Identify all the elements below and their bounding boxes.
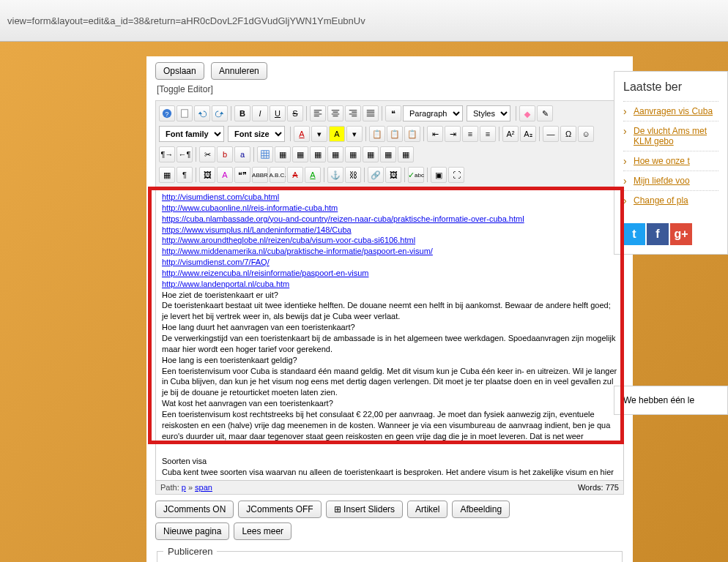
anchor-icon[interactable]: ⚓ [327, 167, 343, 183]
align-center-icon[interactable] [327, 105, 343, 121]
ltr-icon[interactable]: ¶→ [159, 146, 175, 162]
editor-text-line: De toeristenkaart bestaat uit twee ident… [162, 300, 617, 322]
spellcheck-icon[interactable]: ✓abc [408, 167, 424, 183]
editor-link[interactable]: http://www.cubaonline.nl/reis-informatie… [162, 203, 338, 212]
address-bar[interactable]: view=form&layout=edit&a_id=38&return=aHR… [0, 0, 728, 42]
paragraph-select[interactable]: Paragraph [403, 105, 463, 121]
ol-icon[interactable]: ≡ [480, 126, 496, 142]
abbr-icon[interactable]: ABBR [252, 167, 268, 183]
insert-button[interactable]: ⊞ Insert Sliders [326, 501, 403, 518]
toggle-editor-link[interactable]: [Toggle Editor] [157, 84, 623, 94]
ins-icon[interactable]: A [305, 167, 321, 183]
image-icon[interactable]: 🖼 [199, 167, 215, 183]
insert-button[interactable]: Lees meer [234, 522, 291, 540]
editor-link[interactable]: http://visumdienst.com/cuba.html [162, 192, 279, 201]
col-after-icon[interactable]: ▦ [345, 146, 361, 162]
save-button[interactable]: Opslaan [155, 62, 204, 80]
editor-text-line: Cuba kent twee soorten visa waarvan nu a… [162, 467, 617, 481]
editor-text-line: Soorten visa [162, 456, 617, 467]
font-size-select[interactable]: Font size [228, 126, 285, 142]
quote2-icon[interactable]: ❝❞ [234, 167, 250, 183]
sup-icon[interactable]: A² [502, 126, 519, 142]
facebook-icon[interactable]: f [647, 223, 669, 245]
editor-link[interactable]: http://www.aroundtheglobe.nl/reizen/cuba… [162, 236, 415, 244]
align-justify-icon[interactable] [363, 105, 379, 121]
underline-icon[interactable]: U [270, 105, 286, 121]
merge-icon[interactable]: ▦ [380, 146, 396, 162]
sidebar-item[interactable]: Hoe we onze t [623, 151, 718, 171]
path-p[interactable]: p [182, 483, 186, 492]
insert-button[interactable]: Artikel [407, 501, 447, 518]
sidebar-item[interactable]: Mijn liefde voo [623, 171, 718, 190]
del-icon[interactable]: A [287, 167, 303, 183]
path-span[interactable]: span [195, 483, 212, 492]
quote-icon[interactable]: ❝ [385, 105, 401, 121]
backcolor-icon[interactable]: A [329, 126, 345, 142]
newdoc-icon[interactable] [177, 105, 193, 121]
editor-link[interactable]: http://www.reizencuba.nl/reisinformatie/… [162, 269, 368, 277]
insert-button[interactable]: Afbeelding [452, 501, 510, 518]
insert-button[interactable]: JComments ON [155, 501, 234, 518]
cancel-button[interactable]: Annuleren [211, 62, 267, 80]
col-delete-icon[interactable]: ▦ [363, 146, 379, 162]
ul-icon[interactable]: ≡ [462, 126, 478, 142]
insert-button[interactable]: Nieuwe pagina [155, 522, 229, 540]
emoji-icon[interactable]: ☺ [578, 126, 594, 142]
hr-icon[interactable]: — [543, 126, 559, 142]
grid-icon[interactable]: ▦ [159, 167, 175, 183]
backcolor-picker-icon[interactable]: ▾ [346, 126, 363, 142]
editor-link[interactable]: http://www.middenamerika.nl/cuba/praktis… [162, 247, 433, 255]
help-icon[interactable]: ? [159, 105, 175, 121]
sidebar-item[interactable]: Change of pla [623, 190, 718, 210]
layer-icon[interactable]: ▣ [431, 167, 447, 183]
sub-icon[interactable]: A₂ [520, 126, 536, 142]
eraser-icon[interactable] [519, 105, 535, 121]
text-color-icon[interactable]: A [217, 167, 233, 183]
strike-icon[interactable]: S [287, 105, 303, 121]
table-icon[interactable] [257, 146, 273, 162]
align-left-icon[interactable] [310, 105, 326, 121]
split-icon[interactable]: ▦ [398, 146, 414, 162]
bold-icon[interactable]: B [234, 105, 250, 121]
redo-icon[interactable] [212, 105, 228, 121]
italic-icon[interactable]: I [252, 105, 268, 121]
replace-icon[interactable]: b [217, 146, 233, 162]
page-background: Opslaan Annuleren [Toggle Editor] ? B I … [0, 42, 728, 562]
editor-link[interactable]: http://visumdienst.com/7/FAQ/ [162, 258, 270, 266]
row-after-icon[interactable]: ▦ [292, 146, 308, 162]
outdent-icon[interactable]: ⇤ [427, 126, 443, 142]
editor-link[interactable]: https://www.visumplus.nl/Landeninformati… [162, 225, 352, 234]
paste-text-icon[interactable]: 📋 [387, 126, 403, 142]
googleplus-icon[interactable]: g+ [670, 223, 692, 245]
indent-icon[interactable]: ⇥ [445, 126, 461, 142]
col-before-icon[interactable]: ▦ [327, 146, 343, 162]
acr-icon[interactable]: A.B.C. [270, 167, 286, 183]
editor-content[interactable]: http://visumdienst.com/cuba.htmlhttp://w… [155, 188, 624, 481]
media-icon[interactable]: 🖼 [385, 167, 401, 183]
editor-link[interactable]: http://www.landenportal.nl/cuba.htm [162, 280, 289, 288]
paste-icon[interactable]: 📋 [369, 126, 385, 142]
show-blocks-icon[interactable]: ¶ [177, 167, 193, 183]
forecolor-icon[interactable]: A [294, 126, 310, 142]
font-family-select[interactable]: Font family [159, 126, 224, 142]
row-before-icon[interactable]: ▦ [275, 146, 291, 162]
rtl-icon[interactable]: ←¶ [177, 146, 193, 162]
undo-icon[interactable] [194, 105, 210, 121]
broom-icon[interactable]: ✎ [537, 105, 553, 121]
unlink-icon[interactable]: ⛓ [345, 167, 361, 183]
paste-word-icon[interactable]: 📋 [404, 126, 420, 142]
editor-link[interactable]: https://cuba.nlambassade.org/you-and-cou… [162, 214, 524, 223]
row-delete-icon[interactable]: ▦ [310, 146, 326, 162]
link-icon[interactable]: 🔗 [368, 167, 384, 183]
forecolor-picker-icon[interactable]: ▾ [311, 126, 327, 142]
fullscreen-icon[interactable]: ⛶ [448, 167, 464, 183]
case-icon[interactable]: a [234, 146, 250, 162]
char-icon[interactable]: Ω [560, 126, 576, 142]
align-right-icon[interactable] [345, 105, 361, 121]
sidebar-item[interactable]: De vlucht Ams met KLM gebo [623, 121, 718, 151]
cut-icon[interactable]: ✂ [199, 146, 215, 162]
twitter-icon[interactable]: t [623, 223, 645, 245]
insert-button[interactable]: JComments OFF [238, 501, 321, 518]
sidebar-item[interactable]: Aanvragen vis Cuba [623, 101, 718, 121]
styles-select[interactable]: Styles [467, 105, 510, 121]
